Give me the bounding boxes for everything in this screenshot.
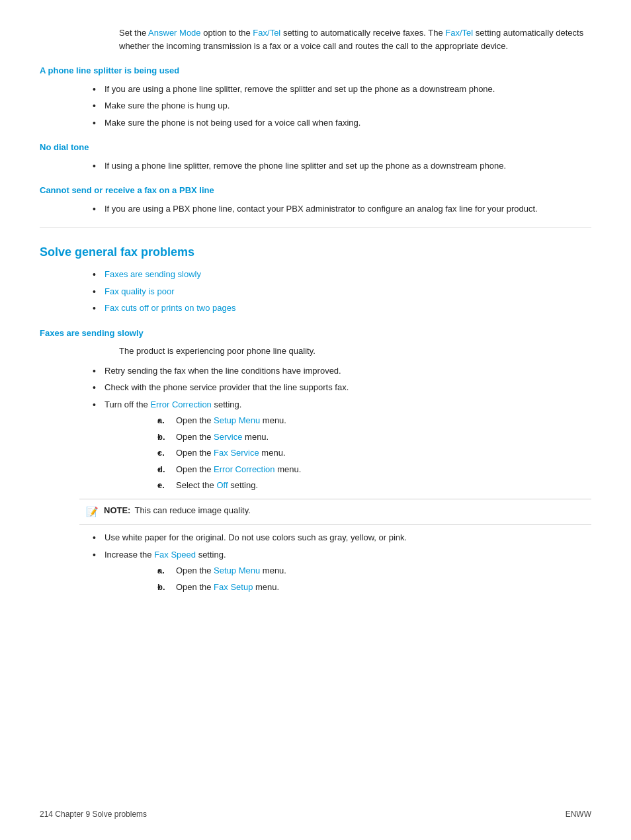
cannot-send-heading: Cannot send or receive a fax on a PBX li… — [40, 184, 591, 197]
sub-steps-2: a. Open the Setup Menu menu. b. Open the… — [157, 564, 591, 593]
error-correction-bullet: Turn off the Error Correction setting. a… — [93, 398, 591, 492]
sub-step-2-a-text2: menu. — [260, 566, 286, 575]
fax-quality-poor-link[interactable]: Fax quality is poor — [105, 286, 175, 296]
sub-step-e: e. Select the Off setting. — [157, 479, 591, 492]
cannot-send-list: If you are using a PBX phone line, conta… — [93, 202, 591, 216]
sub-step-a-label: a. — [157, 414, 165, 427]
sub-step-b: b. Open the Service menu. — [157, 431, 591, 444]
list-item: Fax cuts off or prints on two pages — [93, 302, 591, 315]
faxes-sending-slowly-link[interactable]: Faxes are sending slowly — [105, 269, 201, 279]
list-item: If you are using a phone line splitter, … — [93, 83, 591, 96]
list-item: Retry sending the fax when the line cond… — [93, 364, 591, 378]
fax-speed-link[interactable]: Fax Speed — [154, 550, 196, 560]
fax-speed-prefix: Increase the — [105, 550, 154, 560]
no-dial-tone-list: If using a phone line splitter, remove t… — [93, 159, 591, 173]
error-correction-link[interactable]: Error Correction — [150, 399, 211, 409]
faxes-sending-slowly-heading: Faxes are sending slowly — [40, 327, 591, 340]
phone-line-splitter-section: A phone line splitter is being used If y… — [40, 64, 591, 129]
cannot-send-section: Cannot send or receive a fax on a PBX li… — [40, 184, 591, 215]
phone-line-splitter-heading: A phone line splitter is being used — [40, 64, 591, 77]
list-item: If you are using a PBX phone line, conta… — [93, 202, 591, 216]
sub-step-2-b-label: b. — [157, 581, 165, 594]
setup-menu-link-2[interactable]: Setup Menu — [214, 566, 260, 575]
sub-step-e-text1: Select the — [176, 480, 216, 490]
sub-step-c-text2: menu. — [259, 448, 286, 458]
list-item: Check with the phone service provider th… — [93, 381, 591, 394]
sub-step-e-label: e. — [157, 479, 165, 492]
sub-step-d-text2: menu. — [275, 464, 302, 474]
sub-step-a-text1: Open the — [176, 415, 214, 425]
fax-service-link[interactable]: Fax Service — [214, 448, 259, 458]
intro-text-before-faxtel1: option to the — [201, 28, 253, 38]
solve-general-links-list: Faxes are sending slowly Fax quality is … — [93, 268, 591, 315]
faxtel1-link[interactable]: Fax/Tel — [253, 28, 280, 38]
no-dial-tone-heading: No dial tone — [40, 141, 591, 154]
sub-step-b-label: b. — [157, 431, 165, 444]
setup-menu-link-1[interactable]: Setup Menu — [214, 415, 260, 425]
sub-step-d: d. Open the Error Correction menu. — [157, 463, 591, 476]
error-correction-prefix: Turn off the — [105, 399, 150, 409]
intro-text-after-faxtel1: setting to automatically receive faxes. … — [280, 28, 445, 38]
sub-step-b-text2: menu. — [242, 432, 269, 442]
answermode-link[interactable]: Answer Mode — [148, 28, 200, 38]
intro-text-before-answermode: Set the — [119, 28, 148, 38]
fax-speed-suffix: setting. — [196, 550, 226, 560]
sub-step-c: c. Open the Fax Service menu. — [157, 446, 591, 460]
solve-general-heading: Solve general fax problems — [40, 243, 591, 261]
off-link[interactable]: Off — [216, 480, 228, 490]
error-correction-suffix: setting. — [212, 399, 242, 409]
sub-step-2-a-label: a. — [157, 564, 165, 577]
list-item: Make sure the phone is hung up. — [93, 99, 591, 112]
faxes-sending-slowly-list: Retry sending the fax when the line cond… — [93, 364, 591, 492]
solve-general-section: Solve general fax problems Faxes are sen… — [40, 243, 591, 315]
faxtel2-link[interactable]: Fax/Tel — [445, 28, 473, 38]
sub-step-c-text1: Open the — [176, 448, 214, 458]
list-item: If using a phone line splitter, remove t… — [93, 159, 591, 173]
list-item: Faxes are sending slowly — [93, 268, 591, 281]
phone-line-splitter-list: If you are using a phone line splitter, … — [93, 83, 591, 130]
faxes-sending-slowly-section: Faxes are sending slowly The product is … — [40, 327, 591, 594]
error-correction-link-2[interactable]: Error Correction — [214, 464, 274, 474]
sub-step-2-b-text1: Open the — [176, 582, 214, 592]
sub-step-2-a-text1: Open the — [176, 566, 214, 575]
sub-step-c-label: c. — [157, 446, 165, 460]
no-dial-tone-section: No dial tone If using a phone line split… — [40, 141, 591, 172]
sub-step-d-label: d. — [157, 463, 165, 476]
sub-steps-1: a. Open the Setup Menu menu. b. Open the… — [157, 414, 591, 492]
sub-step-e-text2: setting. — [228, 480, 259, 490]
intro-paragraph: Set the Answer Mode option to the Fax/Te… — [119, 26, 591, 52]
section-divider — [40, 227, 591, 228]
service-link[interactable]: Service — [214, 432, 242, 442]
fax-setup-link[interactable]: Fax Setup — [214, 582, 253, 592]
sub-step-2-a: a. Open the Setup Menu menu. — [157, 564, 591, 577]
note-icon: 📝 — [86, 505, 99, 520]
sub-step-2-b-text2: menu. — [253, 582, 279, 592]
fax-cuts-off-link[interactable]: Fax cuts off or prints on two pages — [105, 303, 235, 313]
note-label: NOTE: — [104, 504, 130, 517]
note-box: 📝 NOTE: This can reduce image quality. — [79, 499, 591, 525]
white-paper-bullet: Use white paper for the original. Do not… — [93, 531, 591, 544]
sub-step-a: a. Open the Setup Menu menu. — [157, 414, 591, 427]
sub-step-a-text2: menu. — [260, 415, 286, 425]
sub-step-d-text1: Open the — [176, 464, 214, 474]
faxes-sending-slowly-intro: The product is experiencing poor phone l… — [119, 345, 591, 358]
list-item: Fax quality is poor — [93, 285, 591, 298]
sub-step-2-b: b. Open the Fax Setup menu. — [157, 581, 591, 594]
note-text: This can reduce image quality. — [134, 504, 250, 517]
faxes-sending-slowly-list-2: Use white paper for the original. Do not… — [93, 531, 591, 593]
list-item: Make sure the phone is not being used fo… — [93, 116, 591, 130]
sub-step-b-text1: Open the — [176, 432, 214, 442]
fax-speed-bullet: Increase the Fax Speed setting. a. Open … — [93, 548, 591, 594]
